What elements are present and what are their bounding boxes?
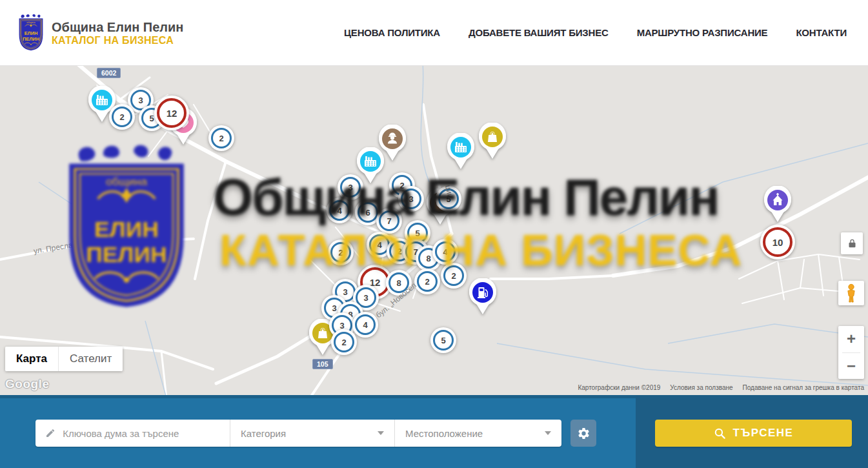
brand-title: Община Елин Пелин [52,19,183,35]
cluster-marker[interactable]: 10 [760,225,795,259]
markers-layer: 3251223235467524278421282333834251060021… [0,66,868,395]
satellite-view-button[interactable]: Сателит [58,347,123,371]
lock-icon [847,238,857,249]
lock-button[interactable] [841,232,863,254]
map-type-control: Карта Сателит [5,347,123,371]
location-dropdown[interactable]: Местоположение [395,420,561,447]
road-badge: 105 [312,359,333,369]
keyword-search-input[interactable] [63,428,220,439]
search-icon [714,427,726,440]
nav-route-schedule[interactable]: МАРШРУТНО РАЗПИСАНИЕ [637,27,768,38]
chevron-down-icon [378,431,384,435]
cluster-marker[interactable]: 4 [327,198,352,223]
cluster-marker[interactable]: 4 [432,239,458,265]
map-canvas[interactable]: 3251223235467524278421282333834251060021… [0,66,868,395]
cluster-marker[interactable]: 3 [398,186,424,212]
church-pin-marker[interactable] [763,186,792,226]
emblem-top-text: община [26,21,35,23]
map-attribution: Картографски данни ©2019 Условия за полз… [578,384,864,391]
search-button-label: ТЪРСЕНЕ [733,427,794,440]
cluster-marker[interactable]: 2 [208,125,234,151]
brand-text: Община Елин Пелин КАТАЛОГ НА БИЗНЕСА [52,19,183,46]
emblem-line1-text: ЕЛИН [25,30,38,36]
chevron-down-icon [545,431,551,435]
zoom-in-button[interactable]: + [838,326,864,352]
header: община ЕЛИН ПЕЛИН Община Елин Пелин КАТА… [0,0,868,66]
street-view-pegman-button[interactable] [838,281,864,305]
cluster-marker[interactable]: 5 [430,327,456,353]
attribution-terms-link[interactable]: Условия за ползване [670,384,732,391]
brand-subtitle: КАТАЛОГ НА БИЗНЕСА [52,35,183,46]
search-section: Категория Местоположение ТЪРСЕНЕ [0,395,868,468]
cluster-marker[interactable]: 4 [352,312,378,338]
cluster-marker[interactable]: 12 [154,96,189,130]
nav-pricing-policy[interactable]: ЦЕНОВА ПОЛИТИКА [344,27,440,38]
gear-icon [577,427,590,440]
cluster-marker[interactable]: 2 [414,269,440,294]
municipality-emblem-icon: община ЕЛИН ПЕЛИН [16,14,46,52]
attribution-report-link[interactable]: Подаване на сигнал за грешка в картата [743,384,864,391]
cluster-marker[interactable]: 2 [328,239,354,265]
bag-pin-marker[interactable] [478,123,507,163]
nav-contacts[interactable]: КОНТАКТИ [796,27,847,38]
cluster-marker[interactable]: 7 [376,208,402,234]
zoom-control: + − [838,326,864,379]
factory-pin-marker[interactable] [446,133,476,173]
fuel-pin-marker[interactable] [468,278,498,318]
map-view-button[interactable]: Карта [5,347,58,371]
nav-add-your-business[interactable]: ДОБАВЕТЕ ВАШИЯТ БИЗНЕС [469,27,609,38]
location-dropdown-value: Местоположение [405,428,483,439]
attribution-copyright: Картографски данни ©2019 [578,384,660,391]
keyword-field-wrap [35,420,230,447]
cluster-marker[interactable]: 3 [338,174,363,200]
cluster-marker[interactable]: 2 [441,263,467,289]
search-button[interactable]: ТЪРСЕНЕ [655,420,852,447]
cluster-marker[interactable]: 2 [331,329,357,355]
pegman-icon [844,283,858,303]
street-label: ул. Преслав [33,240,77,256]
pencil-icon [45,427,56,439]
search-group: Категория Местоположение [35,420,561,447]
main-nav: ЦЕНОВА ПОЛИТИКА ДОБАВЕТЕ ВАШИЯТ БИЗНЕС М… [344,27,852,38]
site-logo[interactable]: община ЕЛИН ПЕЛИН Община Елин Пелин КАТА… [16,14,183,52]
advanced-settings-button[interactable] [570,420,596,447]
emblem-line2-text: ПЕЛИН [23,36,39,41]
cluster-marker[interactable]: 2 [109,104,135,130]
zoom-out-button[interactable]: − [838,353,864,380]
road-badge: 6002 [97,68,121,78]
category-dropdown[interactable]: Категория [230,420,395,447]
google-logo[interactable]: Google [5,377,49,391]
category-dropdown-value: Категория [241,428,286,439]
